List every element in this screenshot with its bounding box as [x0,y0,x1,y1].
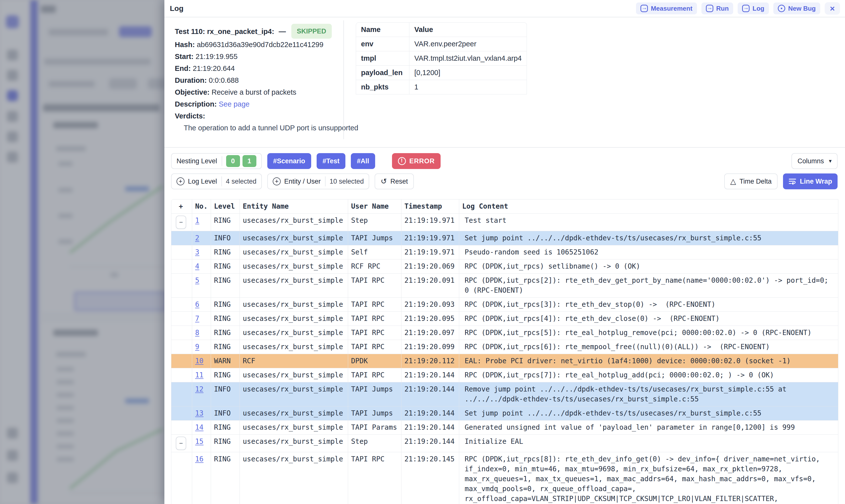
expander-cell [171,326,192,340]
header-action-button[interactable]: Run [701,2,734,14]
log-content-cell: RPC (DPDK,iut_rpcs[7]): rte_eal_hotplug_… [459,368,838,382]
log-content-cell: Remove jump point ../../../dpdk-ethdev-t… [459,382,838,407]
row-number-link[interactable]: 8 [195,328,199,337]
group-divider [222,176,222,186]
log-level-cell: RING [211,245,240,259]
timestamp-cell: 21:19:19.971 [401,214,459,231]
user-name-cell: Step [348,435,401,452]
log-row: 8 RING usecases/rx_burst_simple TAPI RPC… [171,326,838,340]
row-number-link[interactable]: 2 [195,234,199,242]
log-column-header: No. [192,199,211,214]
log-row: − 1 RING usecases/rx_burst_simple Step 2… [171,214,838,231]
row-number-link[interactable]: 13 [195,409,204,417]
row-collapse-button[interactable]: − [176,437,186,450]
header-action-button[interactable]: Measurement [636,2,697,14]
row-collapse-button[interactable]: − [176,216,186,229]
expander-cell: − [171,214,192,231]
reset-button[interactable]: ↺ Reset [375,174,414,189]
log-content-cell: Initialize EAL [459,435,838,452]
log-row: 7 RING usecases/rx_burst_simple TAPI RPC… [171,312,838,326]
columns-dropdown[interactable]: Columns ▾ [791,153,838,169]
expander-cell [171,273,192,298]
log-level-cell: RING [211,452,240,504]
row-number-link[interactable]: 7 [195,314,199,323]
user-name-cell: TAPI RPC [348,326,401,340]
tag-filter-button[interactable]: #All [351,153,375,169]
line-wrap-label: Line Wrap [800,178,832,185]
log-content-cell: Set jump point ../../../dpdk-ethdev-ts/t… [459,407,838,420]
row-number-link[interactable]: 15 [195,437,204,446]
log-content-cell: RPC (DPDK,iut_rpcs[5]): rte_eal_hotplug_… [459,326,838,340]
row-number-cell: 12 [192,382,211,407]
parameters-header-row: Name Value [356,22,527,37]
entity-name-cell: usecases/rx_burst_simple [240,231,348,245]
row-number-link[interactable]: 14 [195,423,204,431]
param-name: payload_len [356,66,409,80]
log-row: 9 RING usecases/rx_burst_simple TAPI RPC… [171,340,838,354]
log-content-cell: Test start [459,214,838,231]
row-number-link[interactable]: 11 [195,371,204,379]
header-action-button[interactable]: New Bug [773,2,820,14]
row-number-cell: 13 [192,407,211,420]
row-number-link[interactable]: 12 [195,385,204,393]
user-name-cell: TAPI Params [348,420,401,435]
line-wrap-button[interactable]: Line Wrap [783,174,838,189]
nesting-level-badge[interactable]: 1 [243,155,257,167]
time-delta-button[interactable]: △ Time Delta [724,174,778,189]
plus-circle-icon [177,177,184,185]
entity-name-cell: usecases/rx_burst_simple [240,259,348,273]
row-number-link[interactable]: 9 [195,343,199,351]
row-number-link[interactable]: 4 [195,262,199,270]
log-level-cell: RING [211,259,240,273]
verdicts-line: Verdicts: [175,110,845,122]
expander-cell [171,259,192,273]
parameter-row: payload_len [0,1200] [356,66,527,80]
field-label: Start: [175,53,194,60]
user-name-cell: Step [348,214,401,231]
entity-name-cell: usecases/rx_burst_simple [240,326,348,340]
row-number-link[interactable]: 3 [195,248,199,256]
close-button[interactable]: × [825,2,840,15]
entity-user-count: 10 selected [330,178,364,185]
log-row: 13 INFO usecases/rx_burst_simple TAPI Ju… [171,407,838,420]
row-number-cell: 4 [192,259,211,273]
row-number-link[interactable]: 16 [195,455,204,463]
field-label: Objective: [175,88,210,96]
log-level-cell: RING [211,214,240,231]
expander-cell [171,420,192,435]
timestamp-cell: 21:19:20.099 [401,340,459,354]
expander-cell [171,340,192,354]
expander-cell [171,312,192,326]
nesting-level-badge[interactable]: 0 [226,155,240,167]
row-number-link[interactable]: 5 [195,276,199,285]
tag-filter-button[interactable]: #Test [317,153,346,169]
log-content-cell: RPC (DPDK,iut_rpcs) setlibname() -> 0 (O… [459,259,838,273]
entity-user-filter[interactable]: Entity / User 10 selected [267,174,369,189]
nesting-level-group: Nesting Level 01 [171,153,262,169]
log-level-filter[interactable]: Log Level 4 selected [171,174,262,189]
expander-cell [171,382,192,407]
log-level-cell: RING [211,326,240,340]
row-number-link[interactable]: 10 [195,357,204,365]
log-level-cell: INFO [211,407,240,420]
line-wrap-icon [789,178,796,185]
info-vertical-divider [344,20,344,139]
entity-name-cell: usecases/rx_burst_simple [240,452,348,504]
tag-filter-button[interactable]: #Scenario [267,153,311,169]
filter-toolbar: Nesting Level 01 #Scenario#Test#All ERRO… [164,148,845,189]
row-number-link[interactable]: 1 [195,216,199,224]
row-number-cell: 2 [192,231,211,245]
expander-cell: − [171,435,192,452]
header-action-button[interactable]: Log [738,2,769,14]
timestamp-cell: 21:19:20.095 [401,312,459,326]
row-number-link[interactable]: 6 [195,300,199,308]
expander-cell [171,354,192,368]
reset-icon: ↺ [381,178,387,185]
field-value: See page [219,100,249,108]
param-value: [0,1200] [409,66,527,80]
user-name-cell: RCF RPC [348,259,401,273]
entity-name-cell: usecases/rx_burst_simple [240,368,348,382]
log-column-header: User Name [348,199,401,214]
log-level-cell: RING [211,298,240,312]
error-filter-button[interactable]: ERROR [392,153,441,169]
